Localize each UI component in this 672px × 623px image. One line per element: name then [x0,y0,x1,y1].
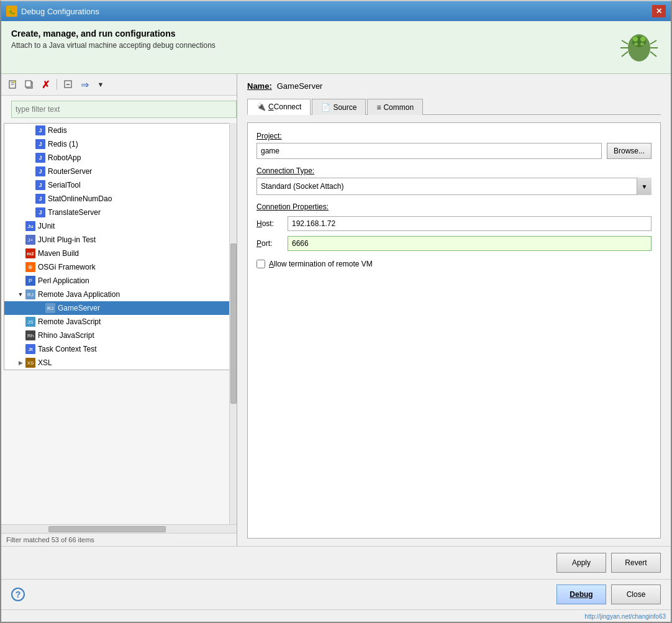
remote-js-icon: JS [25,317,35,327]
tab-connect[interactable]: 🔌 CConnect [247,99,311,115]
name-value: GameServer [277,81,323,91]
revert-button[interactable]: Revert [611,553,661,573]
collapse-button[interactable] [61,78,75,91]
svg-point-2 [633,37,638,42]
list-item[interactable]: m2 Maven Build [4,247,234,260]
list-item[interactable]: Ju JUnit [4,219,234,233]
scrollbar-thumb [230,243,237,404]
tab-common-label: Common [383,103,414,112]
list-item[interactable]: J RobotApp [4,151,234,165]
apply-button[interactable]: Apply [556,553,606,573]
list-item[interactable]: J+ JUnit Plug-in Test [4,233,234,247]
java-config-icon: J [35,166,45,176]
list-item[interactable]: J Redis (1) [4,137,234,151]
list-item[interactable]: Jt Task Context Test [4,342,234,356]
host-row: Host: [257,216,652,231]
allow-termination-label: Allow termination of remote VM [269,260,373,268]
connect-tab-icon: 🔌 [257,102,266,111]
tab-common[interactable]: ≡ Common [367,99,423,115]
apply-revert-row: Apply Revert [1,546,671,579]
window-close-button[interactable]: ✕ [652,5,666,17]
osgi-icon: ⊕ [25,262,35,272]
java-config-icon: J [35,194,45,204]
perl-icon: P [25,276,35,286]
filter-button[interactable]: ⇒ [78,78,91,91]
java-config-icon: J [35,207,45,217]
tree-outer: J Redis J Redis (1) J RobotApp [1,123,237,524]
filter-status: Filter matched 53 of 66 items [1,533,237,546]
dropdown-button[interactable]: ▼ [94,78,107,91]
header-subtitle: Attach to a Java virtual machine accepti… [11,41,216,50]
filter-container [1,96,237,123]
project-row: Project: Browse... [257,132,652,159]
list-item[interactable]: Rh Rhino JavaScript [4,329,234,342]
delete-config-button[interactable]: ✗ [39,78,52,91]
connection-properties-section: Connetion Properties: Host: Port: [257,202,652,251]
rhino-icon: Rh [25,330,35,340]
port-input[interactable] [288,236,652,251]
host-label: Host: [257,219,288,228]
list-item[interactable]: JS Remote JavaScript [4,315,234,329]
list-item[interactable]: ▶ XS XSL [4,356,234,370]
host-input[interactable] [288,216,652,231]
svg-line-6 [622,52,628,57]
connection-type-row: Connection Type: Standard (Socket Attach… [257,166,652,195]
new-config-button[interactable] [6,78,20,91]
list-item[interactable]: P Perl Application [4,274,234,288]
svg-line-4 [622,40,628,44]
allow-termination-row: Allow termination of remote VM [257,260,652,268]
junit-icon: Ju [25,221,35,231]
list-item[interactable]: ▼ RJ Remote Java Application [4,288,234,301]
list-item[interactable]: J RouterServer [4,165,234,178]
common-tab-icon: ≡ [376,103,381,112]
header-section: Create, manage, and run configurations A… [1,21,671,74]
browse-button[interactable]: Browse... [607,143,652,159]
dialog-title: Debug Configurations [21,7,99,16]
tab-source-label: Source [333,103,356,112]
list-item[interactable]: J Redis [4,124,234,137]
remote-java-icon: RJ [25,289,35,299]
junit-plugin-icon: J+ [25,235,35,245]
java-config-icon: J [35,180,45,190]
java-config-icon: J [35,125,45,135]
toolbar-separator [57,79,57,90]
maven-icon: m2 [25,248,35,258]
tab-source[interactable]: 📄 Source [312,99,366,115]
project-label: Project: [257,132,652,140]
tab-connect-label: CConnect [268,102,301,111]
svg-point-3 [640,37,645,42]
connect-form: Project: Browse... Connection Type: [247,122,661,539]
tab-bar: 🔌 CConnect 📄 Source ≡ Common [247,98,661,115]
right-panel: Name: GameServer 🔌 CConnect 📄 Source ≡ C… [237,74,671,546]
svg-rect-17 [25,81,31,87]
list-item[interactable]: J StatOnlineNumDao [4,192,234,206]
debug-button[interactable]: Debug [556,584,606,604]
connection-type-select[interactable]: Standard (Socket Attach) [257,178,652,195]
project-input[interactable] [257,143,602,159]
svg-line-7 [650,40,656,44]
port-row: Port: [257,236,652,251]
filter-input[interactable] [11,101,237,118]
list-item[interactable]: J SerialTool [4,178,234,192]
source-tab-icon: 📄 [321,103,330,112]
close-bottom-button[interactable]: Close [611,584,661,604]
xsl-icon: XS [25,358,35,368]
dialog-icon: 🐛 [6,6,17,17]
duplicate-config-button[interactable] [22,78,36,91]
name-row: Name: GameServer [247,81,661,91]
tree-container[interactable]: J Redis J Redis (1) J RobotApp [4,123,234,370]
port-label: Port: [257,239,288,248]
task-icon: Jt [25,344,35,354]
connection-properties-label: Connetion Properties: [257,202,652,211]
tree-scrollbar[interactable] [229,123,237,524]
help-button[interactable]: ? [11,588,25,601]
list-item[interactable]: RJ GameServer [4,301,234,315]
list-item[interactable]: ⊕ OSGi Framework [4,260,234,274]
left-panel: ✗ ⇒ ▼ [1,74,237,546]
allow-termination-checkbox[interactable] [257,260,265,268]
list-item[interactable]: J TranslateServer [4,206,234,219]
footer-link[interactable]: http://jingyan.net/changinfo63 [584,613,666,620]
svg-line-9 [650,52,656,57]
header-title: Create, manage, and run configurations [11,29,216,39]
horizontal-scrollbar[interactable] [1,524,237,533]
